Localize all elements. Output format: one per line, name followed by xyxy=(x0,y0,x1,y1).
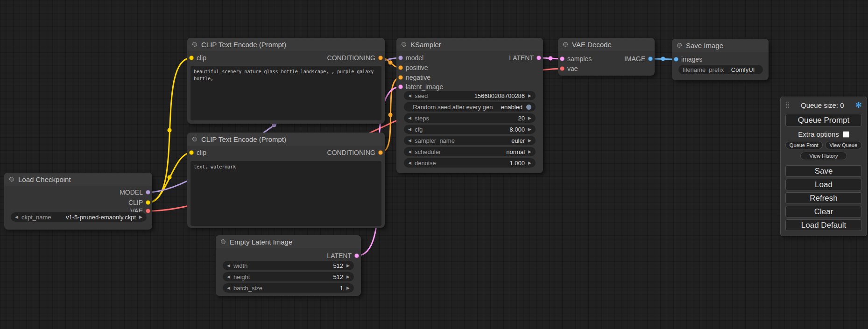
collapse-dot[interactable] xyxy=(221,239,226,244)
output-port-model[interactable] xyxy=(146,190,150,195)
widget-label: ckpt_name xyxy=(21,214,51,221)
next-arrow-icon[interactable]: ▶ xyxy=(528,147,531,156)
widget-width[interactable]: ◀ width 512 ▶ xyxy=(223,261,354,270)
output-port-vae[interactable] xyxy=(146,209,150,213)
node-titlebar[interactable]: Save Image xyxy=(672,39,769,52)
node-vae-decode[interactable]: VAE Decode samples IMAGE vae xyxy=(558,38,655,76)
output-port-conditioning[interactable] xyxy=(378,56,383,60)
prev-arrow-icon[interactable]: ◀ xyxy=(15,212,18,222)
collapse-dot[interactable] xyxy=(192,137,197,141)
wire-clip-to-negative-prompt xyxy=(148,153,191,203)
prev-arrow-icon[interactable]: ◀ xyxy=(408,136,411,145)
next-arrow-icon[interactable]: ▶ xyxy=(139,212,142,222)
decrement-arrow-icon[interactable]: ◀ xyxy=(408,91,411,100)
output-port-latent[interactable] xyxy=(536,56,541,60)
output-label-model: MODEL xyxy=(120,188,143,197)
node-load-checkpoint[interactable]: Load Checkpoint MODEL CLIP VAE ◀ ckpt_na… xyxy=(4,173,152,230)
collapse-dot[interactable] xyxy=(563,42,568,47)
queue-prompt-button[interactable]: Queue Prompt xyxy=(785,114,862,126)
node-titlebar[interactable]: CLIP Text Encode (Prompt) xyxy=(187,133,385,146)
save-button[interactable]: Save xyxy=(785,165,862,177)
output-port-clip[interactable] xyxy=(146,200,150,205)
increment-arrow-icon[interactable]: ▶ xyxy=(346,272,350,281)
widget-scheduler[interactable]: ◀ scheduler normal ▶ xyxy=(404,147,536,156)
node-titlebar[interactable]: KSampler xyxy=(396,38,543,51)
collapse-dot[interactable] xyxy=(677,43,682,48)
slot-row: LATENT xyxy=(216,251,361,260)
widget-steps[interactable]: ◀ steps 20 ▶ xyxy=(404,113,536,123)
node-titlebar[interactable]: VAE Decode xyxy=(558,38,655,51)
input-label-samples: samples xyxy=(567,54,592,63)
input-port-clip[interactable] xyxy=(189,56,194,60)
prev-arrow-icon[interactable]: ◀ xyxy=(408,147,411,156)
positive-prompt-textarea[interactable]: beautiful scenery nature glass bottle la… xyxy=(191,66,381,120)
output-port-image[interactable] xyxy=(648,56,653,61)
load-default-button[interactable]: Load Default xyxy=(785,219,862,231)
input-port-negative[interactable] xyxy=(398,75,403,80)
increment-arrow-icon[interactable]: ▶ xyxy=(528,91,531,100)
widget-batch-size[interactable]: ◀ batch_size 1 ▶ xyxy=(223,283,354,293)
settings-gear-icon[interactable]: ✻ xyxy=(855,100,862,110)
node-titlebar[interactable]: Load Checkpoint xyxy=(4,173,152,186)
widget-label: cfg xyxy=(415,126,423,133)
output-port-latent[interactable] xyxy=(354,253,359,258)
view-history-button[interactable]: View History xyxy=(800,152,847,160)
input-port-samples[interactable] xyxy=(560,56,565,61)
node-save-image[interactable]: Save Image images filename_prefix ComfyU… xyxy=(672,39,769,80)
widget-denoise[interactable]: ◀ denoise 1.000 ▶ xyxy=(404,158,536,168)
extra-options-checkbox[interactable] xyxy=(843,131,849,138)
widget-value: 512 xyxy=(333,262,343,269)
widget-sampler-name[interactable]: ◀ sampler_name euler ▶ xyxy=(404,136,536,145)
clear-button[interactable]: Clear xyxy=(785,206,862,217)
link-midpoint-dot xyxy=(168,128,172,133)
input-port-positive[interactable] xyxy=(398,65,403,70)
input-port-images[interactable] xyxy=(674,57,678,62)
node-clip-text-encode-negative[interactable]: CLIP Text Encode (Prompt) clip CONDITION… xyxy=(187,133,385,228)
increment-arrow-icon[interactable]: ▶ xyxy=(528,125,531,134)
node-empty-latent-image[interactable]: Empty Latent Image LATENT ◀ width 512 ▶ … xyxy=(216,235,361,296)
decrement-arrow-icon[interactable]: ◀ xyxy=(408,113,411,123)
extra-options-row: Extra options xyxy=(785,130,862,138)
increment-arrow-icon[interactable]: ▶ xyxy=(346,261,350,270)
widget-control-after-generate[interactable]: Random seed after every gen enabled xyxy=(404,102,536,112)
output-port-conditioning[interactable] xyxy=(378,150,383,155)
widget-value: 512 xyxy=(333,273,343,280)
toggle-knob[interactable] xyxy=(526,105,531,110)
input-port-latent-image[interactable] xyxy=(398,84,403,89)
decrement-arrow-icon[interactable]: ◀ xyxy=(408,125,411,134)
queue-front-button[interactable]: Queue Front xyxy=(785,141,823,149)
node-titlebar[interactable]: CLIP Text Encode (Prompt) xyxy=(187,38,385,51)
view-queue-button[interactable]: View Queue xyxy=(825,141,862,149)
widget-value: ComfyUI xyxy=(727,66,759,73)
node-clip-text-encode-positive[interactable]: CLIP Text Encode (Prompt) clip CONDITION… xyxy=(187,38,385,124)
collapse-dot[interactable] xyxy=(192,42,197,47)
widget-label: scheduler xyxy=(415,148,441,155)
node-ksampler[interactable]: KSampler model LATENT positive negative … xyxy=(396,38,543,173)
collapse-dot[interactable] xyxy=(402,42,406,47)
widget-value: 1 xyxy=(340,285,343,292)
node-title: KSampler xyxy=(410,41,441,49)
input-port-model[interactable] xyxy=(398,56,403,60)
negative-prompt-textarea[interactable]: text, watermark xyxy=(191,161,381,226)
decrement-arrow-icon[interactable]: ◀ xyxy=(227,272,230,281)
load-button[interactable]: Load xyxy=(785,179,862,190)
next-arrow-icon[interactable]: ▶ xyxy=(528,136,531,145)
input-port-vae[interactable] xyxy=(560,66,565,71)
widget-cfg[interactable]: ◀ cfg 8.000 ▶ xyxy=(404,125,536,134)
decrement-arrow-icon[interactable]: ◀ xyxy=(227,283,230,293)
output-label-conditioning: CONDITIONING xyxy=(327,53,375,63)
decrement-arrow-icon[interactable]: ◀ xyxy=(408,158,411,168)
node-titlebar[interactable]: Empty Latent Image xyxy=(216,235,361,248)
decrement-arrow-icon[interactable]: ◀ xyxy=(227,261,230,270)
widget-height[interactable]: ◀ height 512 ▶ xyxy=(223,272,354,281)
widget-filename-prefix[interactable]: filename_prefix ComfyUI xyxy=(678,65,763,74)
widget-seed[interactable]: ◀ seed 156680208700286 ▶ xyxy=(404,91,536,100)
input-port-clip[interactable] xyxy=(189,150,194,155)
increment-arrow-icon[interactable]: ▶ xyxy=(346,283,350,293)
widget-ckpt-name[interactable]: ◀ ckpt_name v1-5-pruned-emaonly.ckpt ▶ xyxy=(11,212,147,222)
refresh-button[interactable]: Refresh xyxy=(785,192,862,204)
increment-arrow-icon[interactable]: ▶ xyxy=(528,113,531,123)
increment-arrow-icon[interactable]: ▶ xyxy=(528,158,531,168)
drag-handle-icon[interactable]: ⣿ xyxy=(785,102,790,108)
collapse-dot[interactable] xyxy=(9,177,14,182)
